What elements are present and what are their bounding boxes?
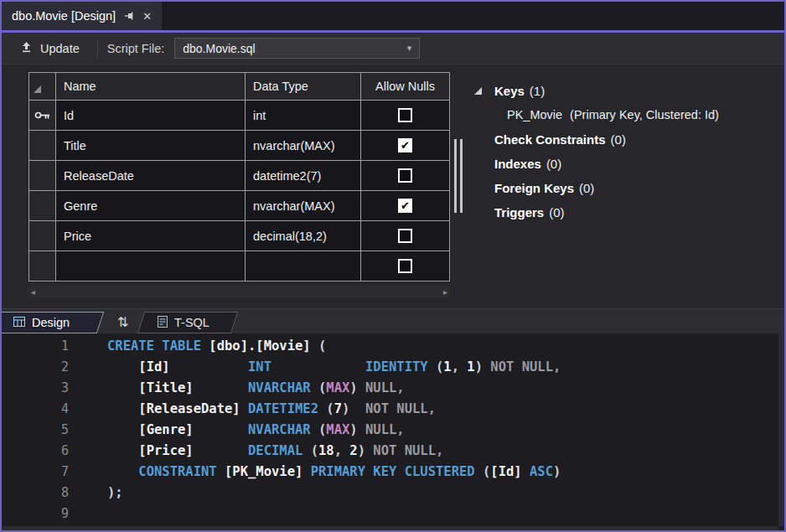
column-name-cell[interactable]: Title <box>56 131 246 161</box>
section-label: Check Constraints <box>494 132 606 147</box>
primary-key-icon <box>34 109 50 122</box>
context-section[interactable]: Check Constraints(0) <box>473 127 783 152</box>
code-text: [Price] DECIMAL (18, 2) NOT NULL, <box>107 441 443 462</box>
context-section[interactable]: Indexes(0) <box>473 152 783 176</box>
line-number: 9 <box>2 504 69 524</box>
grid-corner-cell[interactable] <box>29 73 56 101</box>
data-type-cell[interactable] <box>246 251 361 281</box>
section-label: Triggers <box>494 205 544 220</box>
line-number: 6 <box>2 441 69 462</box>
row-header-cell[interactable] <box>29 191 56 221</box>
pane-tab-design[interactable]: Design <box>0 312 101 333</box>
table-designer-window: dbo.Movie [Design] ✕ Update Script File:… <box>0 0 786 532</box>
column-name-cell[interactable]: Price <box>56 221 246 251</box>
script-file-combobox[interactable]: dbo.Movie.sql ▾ <box>174 38 420 59</box>
code-vertical-scrollbar[interactable] <box>778 333 784 526</box>
line-number: 7 <box>2 462 69 483</box>
table-row[interactable]: Pricedecimal(18,2) <box>29 221 450 251</box>
column-header-name[interactable]: Name <box>56 73 246 101</box>
line-number: 3 <box>2 378 69 399</box>
document-tab-title: dbo.Movie [Design] <box>12 9 116 23</box>
columns-grid: Name Data Type Allow Nulls IdintTitlenva… <box>28 72 450 281</box>
script-file-label: Script File: <box>107 42 165 55</box>
table-row[interactable]: Titlenvarchar(MAX)✔ <box>29 131 450 161</box>
code-lines: 1CREATE TABLE [dbo].[Movie] (2 [Id] INT … <box>2 336 784 524</box>
row-header-cell[interactable] <box>29 251 56 281</box>
toolbar: Update Script File: dbo.Movie.sql ▾ <box>2 33 784 65</box>
data-type-cell[interactable]: nvarchar(MAX) <box>246 131 361 161</box>
code-line: 8); <box>2 483 784 504</box>
line-number: 1 <box>2 336 69 357</box>
table-row[interactable]: Genrenvarchar(MAX)✔ <box>29 191 450 221</box>
allow-nulls-cell[interactable]: ✔ <box>361 191 450 221</box>
column-name-cell[interactable]: Id <box>56 101 246 131</box>
allow-nulls-checkbox[interactable] <box>398 259 412 273</box>
code-line: 4 [ReleaseDate] DATETIME2 (7) NOT NULL, <box>2 399 784 420</box>
allow-nulls-cell[interactable] <box>361 161 450 191</box>
tsql-code-editor[interactable]: 1CREATE TABLE [dbo].[Movie] (2 [Id] INT … <box>2 333 784 530</box>
pane-tab-strip: Design ⇅ T-SQL <box>2 308 784 333</box>
column-header-data-type[interactable]: Data Type <box>246 73 361 101</box>
code-line: 9 <box>2 504 784 524</box>
primary-key-row-header[interactable] <box>29 101 56 131</box>
allow-nulls-cell[interactable] <box>361 221 450 251</box>
allow-nulls-checkbox[interactable]: ✔ <box>398 199 412 213</box>
code-line: 3 [Title] NVARCHAR (MAX) NULL, <box>2 378 784 399</box>
expander-icon[interactable] <box>474 87 482 95</box>
swap-panes-button[interactable]: ⇅ <box>117 312 128 333</box>
allow-nulls-checkbox[interactable] <box>398 168 412 183</box>
context-section[interactable]: Foreign Keys(0) <box>473 176 783 200</box>
allow-nulls-cell[interactable] <box>361 251 450 281</box>
code-text: ); <box>107 483 123 504</box>
scroll-left-icon[interactable]: ◂ <box>31 287 35 297</box>
document-tab-bar: dbo.Movie [Design] ✕ <box>2 2 784 30</box>
table-row[interactable] <box>29 251 450 281</box>
context-child-item[interactable]: PK_Movie(Primary Key, Clustered: Id) <box>473 103 783 127</box>
tsql-tab-icon <box>158 316 168 330</box>
data-type-cell[interactable]: int <box>246 101 361 131</box>
section-count: (0) <box>549 205 564 220</box>
row-header-cell[interactable] <box>29 161 56 191</box>
section-count: (1) <box>530 84 545 98</box>
data-type-cell[interactable]: decimal(18,2) <box>246 221 361 251</box>
context-section[interactable]: Keys(1) <box>473 79 783 103</box>
context-section[interactable]: Triggers(0) <box>473 200 783 225</box>
script-file-value: dbo.Movie.sql <box>183 42 255 55</box>
section-label: Foreign Keys <box>494 181 574 195</box>
code-line: 2 [Id] INT IDENTITY (1, 1) NOT NULL, <box>2 357 784 378</box>
toolbar-separator <box>97 39 98 58</box>
table-row[interactable]: ReleaseDatedatetime2(7) <box>29 161 450 191</box>
allow-nulls-checkbox[interactable] <box>398 108 412 122</box>
table-row[interactable]: Idint <box>29 101 450 131</box>
grid-body: IdintTitlenvarchar(MAX)✔ReleaseDatedatet… <box>29 101 450 281</box>
code-text: CREATE TABLE [dbo].[Movie] ( <box>107 336 326 357</box>
code-horizontal-scrollbar[interactable] <box>2 526 778 530</box>
allow-nulls-cell[interactable] <box>361 101 450 131</box>
grid-vertical-scrollbar[interactable] <box>454 139 463 213</box>
allow-nulls-cell[interactable]: ✔ <box>361 131 450 161</box>
code-text: [Title] NVARCHAR (MAX) NULL, <box>107 378 405 399</box>
data-type-cell[interactable]: nvarchar(MAX) <box>246 191 361 221</box>
row-header-cell[interactable] <box>29 131 56 161</box>
update-icon <box>20 40 33 56</box>
dropdown-arrow-icon: ▾ <box>407 43 412 54</box>
allow-nulls-checkbox[interactable] <box>398 229 412 243</box>
row-header-cell[interactable] <box>29 221 56 251</box>
line-number: 5 <box>2 420 69 441</box>
document-tab[interactable]: dbo.Movie [Design] ✕ <box>2 2 162 30</box>
update-button[interactable]: Update <box>12 38 88 59</box>
section-count: (0) <box>546 157 561 171</box>
pane-tab-tsql[interactable]: T-SQL <box>141 312 235 333</box>
column-name-cell[interactable] <box>56 251 246 281</box>
column-header-allow-nulls[interactable]: Allow Nulls <box>361 73 450 101</box>
allow-nulls-checkbox[interactable]: ✔ <box>398 138 412 152</box>
data-type-cell[interactable]: datetime2(7) <box>246 161 361 191</box>
pin-icon[interactable] <box>124 11 134 21</box>
grid-horizontal-scrollbar[interactable]: ◂ ▸ <box>28 286 450 297</box>
section-label: Keys <box>494 84 525 98</box>
column-name-cell[interactable]: Genre <box>56 191 246 221</box>
code-line: 7 CONSTRAINT [PK_Movie] PRIMARY KEY CLUS… <box>2 462 784 483</box>
scroll-right-icon[interactable]: ▸ <box>443 287 447 297</box>
column-name-cell[interactable]: ReleaseDate <box>56 161 246 191</box>
close-icon[interactable]: ✕ <box>142 10 152 23</box>
